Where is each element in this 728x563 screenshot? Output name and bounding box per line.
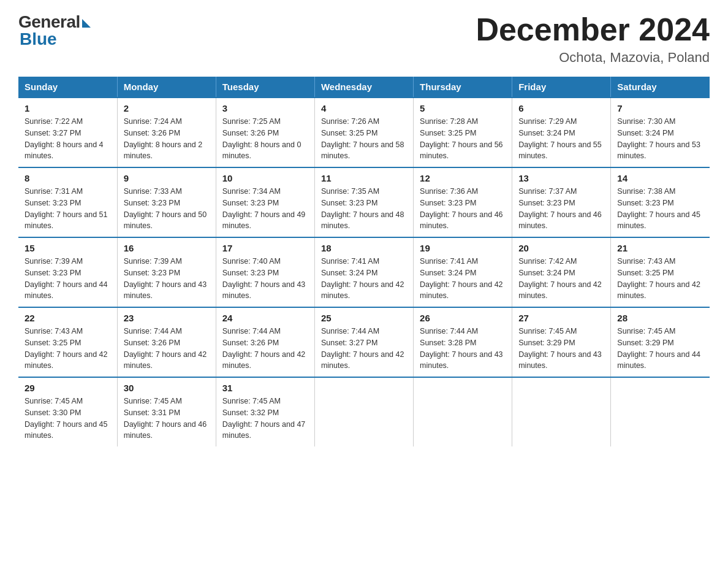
day-info: Sunrise: 7:22 AM Sunset: 3:27 PM Dayligh… [25, 116, 111, 162]
day-info: Sunrise: 7:30 AM Sunset: 3:24 PM Dayligh… [617, 116, 703, 162]
calendar-cell: 28 Sunrise: 7:45 AM Sunset: 3:29 PM Dayl… [611, 307, 710, 377]
day-number: 19 [420, 243, 506, 253]
logo-arrow-icon [82, 19, 91, 28]
day-number: 5 [420, 103, 506, 113]
calendar-cell: 12 Sunrise: 7:36 AM Sunset: 3:23 PM Dayl… [414, 167, 512, 237]
calendar-table: Sunday Monday Tuesday Wednesday Thursday… [18, 77, 710, 446]
day-info: Sunrise: 7:44 AM Sunset: 3:27 PM Dayligh… [321, 326, 407, 372]
calendar-cell: 16 Sunrise: 7:39 AM Sunset: 3:23 PM Dayl… [117, 237, 216, 307]
day-info: Sunrise: 7:34 AM Sunset: 3:23 PM Dayligh… [222, 186, 308, 232]
week-row-2: 8 Sunrise: 7:31 AM Sunset: 3:23 PM Dayli… [18, 167, 710, 237]
calendar-cell: 22 Sunrise: 7:43 AM Sunset: 3:25 PM Dayl… [18, 307, 117, 377]
calendar-cell: 5 Sunrise: 7:28 AM Sunset: 3:25 PM Dayli… [414, 98, 512, 167]
week-row-5: 29 Sunrise: 7:45 AM Sunset: 3:30 PM Dayl… [18, 377, 710, 446]
location-subtitle: Ochota, Mazovia, Poland [476, 50, 710, 66]
day-number: 21 [617, 243, 703, 253]
day-info: Sunrise: 7:44 AM Sunset: 3:26 PM Dayligh… [124, 326, 210, 372]
day-info: Sunrise: 7:40 AM Sunset: 3:23 PM Dayligh… [222, 256, 308, 302]
day-info: Sunrise: 7:35 AM Sunset: 3:23 PM Dayligh… [321, 186, 407, 232]
day-number: 15 [25, 243, 111, 253]
day-info: Sunrise: 7:45 AM Sunset: 3:30 PM Dayligh… [25, 396, 111, 442]
week-row-3: 15 Sunrise: 7:39 AM Sunset: 3:23 PM Dayl… [18, 237, 710, 307]
week-row-1: 1 Sunrise: 7:22 AM Sunset: 3:27 PM Dayli… [18, 98, 710, 167]
day-info: Sunrise: 7:29 AM Sunset: 3:24 PM Dayligh… [518, 116, 604, 162]
week-row-4: 22 Sunrise: 7:43 AM Sunset: 3:25 PM Dayl… [18, 307, 710, 377]
day-number: 18 [321, 243, 407, 253]
calendar-cell: 27 Sunrise: 7:45 AM Sunset: 3:29 PM Dayl… [512, 307, 611, 377]
page-header: General Blue December 2024 Ochota, Mazov… [18, 12, 710, 66]
day-info: Sunrise: 7:45 AM Sunset: 3:29 PM Dayligh… [518, 326, 604, 372]
day-info: Sunrise: 7:28 AM Sunset: 3:25 PM Dayligh… [420, 116, 506, 162]
calendar-cell [414, 377, 512, 446]
day-number: 26 [420, 313, 506, 323]
day-number: 9 [124, 173, 210, 183]
calendar-cell: 13 Sunrise: 7:37 AM Sunset: 3:23 PM Dayl… [512, 167, 611, 237]
day-number: 8 [25, 173, 111, 183]
day-info: Sunrise: 7:25 AM Sunset: 3:26 PM Dayligh… [222, 116, 308, 162]
calendar-cell: 20 Sunrise: 7:42 AM Sunset: 3:24 PM Dayl… [512, 237, 611, 307]
day-number: 7 [617, 103, 703, 113]
calendar-cell: 6 Sunrise: 7:29 AM Sunset: 3:24 PM Dayli… [512, 98, 611, 167]
day-number: 29 [25, 383, 111, 393]
calendar-cell: 2 Sunrise: 7:24 AM Sunset: 3:26 PM Dayli… [117, 98, 216, 167]
day-info: Sunrise: 7:43 AM Sunset: 3:25 PM Dayligh… [25, 326, 111, 372]
calendar-cell: 15 Sunrise: 7:39 AM Sunset: 3:23 PM Dayl… [18, 237, 117, 307]
col-sunday: Sunday [18, 77, 117, 98]
day-number: 12 [420, 173, 506, 183]
day-number: 17 [222, 243, 308, 253]
day-number: 10 [222, 173, 308, 183]
calendar-cell: 21 Sunrise: 7:43 AM Sunset: 3:25 PM Dayl… [611, 237, 710, 307]
day-info: Sunrise: 7:43 AM Sunset: 3:25 PM Dayligh… [617, 256, 703, 302]
day-info: Sunrise: 7:33 AM Sunset: 3:23 PM Dayligh… [124, 186, 210, 232]
calendar-cell [314, 377, 413, 446]
calendar-cell: 31 Sunrise: 7:45 AM Sunset: 3:32 PM Dayl… [216, 377, 314, 446]
col-saturday: Saturday [611, 77, 710, 98]
calendar-cell: 19 Sunrise: 7:41 AM Sunset: 3:24 PM Dayl… [414, 237, 512, 307]
day-info: Sunrise: 7:42 AM Sunset: 3:24 PM Dayligh… [518, 256, 604, 302]
calendar-cell: 4 Sunrise: 7:26 AM Sunset: 3:25 PM Dayli… [314, 98, 413, 167]
day-number: 1 [25, 103, 111, 113]
day-info: Sunrise: 7:44 AM Sunset: 3:26 PM Dayligh… [222, 326, 308, 372]
calendar-cell: 23 Sunrise: 7:44 AM Sunset: 3:26 PM Dayl… [117, 307, 216, 377]
day-number: 4 [321, 103, 407, 113]
col-friday: Friday [512, 77, 611, 98]
day-info: Sunrise: 7:39 AM Sunset: 3:23 PM Dayligh… [25, 256, 111, 302]
day-info: Sunrise: 7:24 AM Sunset: 3:26 PM Dayligh… [124, 116, 210, 162]
day-info: Sunrise: 7:41 AM Sunset: 3:24 PM Dayligh… [321, 256, 407, 302]
month-title: December 2024 [476, 12, 710, 47]
day-number: 30 [124, 383, 210, 393]
calendar-cell [512, 377, 611, 446]
col-monday: Monday [117, 77, 216, 98]
day-number: 6 [518, 103, 604, 113]
day-number: 11 [321, 173, 407, 183]
day-number: 2 [124, 103, 210, 113]
calendar-cell: 17 Sunrise: 7:40 AM Sunset: 3:23 PM Dayl… [216, 237, 314, 307]
day-number: 3 [222, 103, 308, 113]
day-number: 14 [617, 173, 703, 183]
day-number: 24 [222, 313, 308, 323]
day-info: Sunrise: 7:45 AM Sunset: 3:32 PM Dayligh… [222, 396, 308, 442]
day-info: Sunrise: 7:26 AM Sunset: 3:25 PM Dayligh… [321, 116, 407, 162]
calendar-cell: 11 Sunrise: 7:35 AM Sunset: 3:23 PM Dayl… [314, 167, 413, 237]
col-wednesday: Wednesday [314, 77, 413, 98]
logo: General Blue [18, 12, 91, 49]
calendar-cell: 3 Sunrise: 7:25 AM Sunset: 3:26 PM Dayli… [216, 98, 314, 167]
calendar-cell [611, 377, 710, 446]
calendar-cell: 29 Sunrise: 7:45 AM Sunset: 3:30 PM Dayl… [18, 377, 117, 446]
calendar-cell: 24 Sunrise: 7:44 AM Sunset: 3:26 PM Dayl… [216, 307, 314, 377]
day-number: 16 [124, 243, 210, 253]
day-info: Sunrise: 7:31 AM Sunset: 3:23 PM Dayligh… [25, 186, 111, 232]
day-number: 31 [222, 383, 308, 393]
day-info: Sunrise: 7:44 AM Sunset: 3:28 PM Dayligh… [420, 326, 506, 372]
day-info: Sunrise: 7:45 AM Sunset: 3:31 PM Dayligh… [124, 396, 210, 442]
day-info: Sunrise: 7:41 AM Sunset: 3:24 PM Dayligh… [420, 256, 506, 302]
col-tuesday: Tuesday [216, 77, 314, 98]
calendar-cell: 1 Sunrise: 7:22 AM Sunset: 3:27 PM Dayli… [18, 98, 117, 167]
logo-blue-text: Blue [18, 29, 57, 49]
day-info: Sunrise: 7:36 AM Sunset: 3:23 PM Dayligh… [420, 186, 506, 232]
calendar-cell: 30 Sunrise: 7:45 AM Sunset: 3:31 PM Dayl… [117, 377, 216, 446]
day-number: 25 [321, 313, 407, 323]
calendar-cell: 9 Sunrise: 7:33 AM Sunset: 3:23 PM Dayli… [117, 167, 216, 237]
day-info: Sunrise: 7:38 AM Sunset: 3:23 PM Dayligh… [617, 186, 703, 232]
header-row: Sunday Monday Tuesday Wednesday Thursday… [18, 77, 710, 98]
